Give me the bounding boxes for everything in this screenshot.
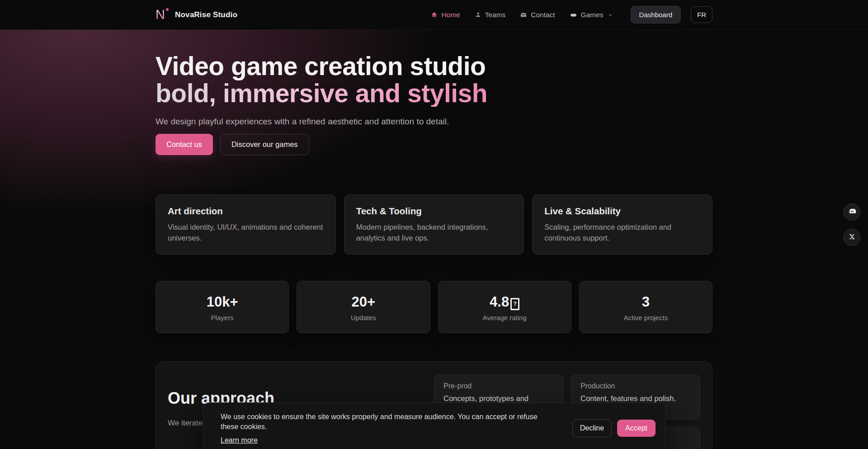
- logo-icon: N: [156, 8, 169, 21]
- nav-item-label: Teams: [485, 11, 506, 19]
- brand-logo[interactable]: N NovaRise Studio: [156, 8, 237, 21]
- stat-label: Updates: [297, 314, 429, 321]
- nav-item-teams[interactable]: Teams: [475, 11, 506, 19]
- feature-card-tech-tooling: Tech & Tooling Modern pipelines, backend…: [344, 194, 524, 255]
- accept-button[interactable]: Accept: [617, 420, 656, 437]
- stage-title: Pre-prod: [443, 382, 554, 390]
- stage-description: Content, features and polish.: [580, 394, 691, 403]
- feature-card-live-scalability: Live & Scalability Scaling, performance …: [532, 194, 712, 255]
- nav-item-contact[interactable]: Games Contact: [520, 11, 555, 19]
- contact-us-button[interactable]: Contact us: [156, 134, 213, 155]
- cookie-text-block: We use cookies to ensure the site works …: [221, 412, 561, 444]
- cookie-banner: We use cookies to ensure the site works …: [203, 402, 666, 449]
- stat-label: Active projects: [580, 314, 712, 321]
- cookie-actions: Decline Accept: [572, 419, 656, 437]
- stat-value: 10k+: [156, 293, 288, 311]
- discover-games-button[interactable]: Discover our games: [220, 134, 309, 155]
- stat-card-players: 10k+ Players: [156, 281, 289, 333]
- hero-cta-row: Contact us Discover our games: [156, 134, 712, 155]
- feature-description: Scaling, performance optimization and co…: [544, 222, 700, 243]
- feature-card-art-direction: Art direction Visual identity, UI/UX, an…: [156, 194, 336, 255]
- stat-value: 4.8?: [439, 293, 571, 311]
- learn-more-link[interactable]: Learn more: [221, 436, 258, 444]
- stat-card-rating: 4.8? Average rating: [438, 281, 571, 333]
- discord-button[interactable]: [843, 203, 860, 221]
- nav-item-label: Contact: [531, 11, 555, 19]
- discord-icon: [848, 207, 856, 217]
- feature-title: Live & Scalability: [544, 206, 700, 217]
- dashboard-button[interactable]: Dashboard: [631, 6, 681, 24]
- main-nav: Home Teams Games Contact Games: [431, 11, 612, 19]
- rating-number: 4.8: [490, 294, 509, 310]
- hero-title-line1: Video game creation studio: [156, 52, 486, 80]
- feature-title: Art direction: [168, 206, 324, 217]
- x-twitter-button[interactable]: [843, 229, 860, 246]
- feature-description: Visual identity, UI/UX, animations and c…: [168, 222, 324, 243]
- nav-item-label: Games: [581, 11, 604, 19]
- cookie-message: We use cookies to ensure the site works …: [221, 412, 548, 432]
- teams-icon: [475, 11, 481, 18]
- nav-item-games[interactable]: Games: [570, 11, 613, 19]
- stat-value: 3: [580, 293, 712, 311]
- home-icon: [431, 11, 438, 18]
- nav-item-label: Home: [441, 11, 460, 19]
- features-section: Art direction Visual identity, UI/UX, an…: [156, 194, 712, 255]
- language-toggle-button[interactable]: FR: [691, 6, 712, 23]
- gamepad-icon: [570, 12, 577, 18]
- stat-value: 20+: [297, 293, 429, 311]
- logo-dot-icon: [166, 8, 169, 11]
- chevron-down-icon: [608, 13, 613, 17]
- contact-icon: [520, 11, 527, 19]
- hero-title: Video game creation studio bold, immersi…: [156, 52, 712, 107]
- feature-description: Modern pipelines, backend integrations, …: [356, 222, 512, 243]
- x-icon: [849, 233, 855, 242]
- brand-name: NovaRise Studio: [175, 10, 237, 19]
- missing-glyph-box: ?: [510, 298, 519, 310]
- feature-title: Tech & Tooling: [356, 206, 512, 217]
- hero-title-line2: bold, immersive and stylish: [156, 80, 487, 107]
- hero-section: Video game creation studio bold, immersi…: [156, 30, 712, 155]
- stats-section: 10k+ Players 20+ Updates 4.8? Average ra…: [156, 281, 712, 333]
- hero-subtitle: We design playful experiences with a ref…: [156, 116, 712, 128]
- stat-label: Average rating: [439, 314, 571, 321]
- social-rail: [843, 203, 860, 246]
- stat-label: Players: [156, 314, 288, 321]
- decline-button[interactable]: Decline: [572, 419, 612, 437]
- main-content: Video game creation studio bold, immersi…: [156, 30, 712, 449]
- stage-title: Production: [580, 382, 691, 390]
- stat-card-projects: 3 Active projects: [579, 281, 712, 333]
- logo-letter: N: [156, 7, 165, 22]
- nav-item-home[interactable]: Home: [431, 11, 460, 19]
- navbar: N NovaRise Studio Home Teams Games Conta…: [0, 0, 868, 30]
- stat-card-updates: 20+ Updates: [297, 281, 430, 333]
